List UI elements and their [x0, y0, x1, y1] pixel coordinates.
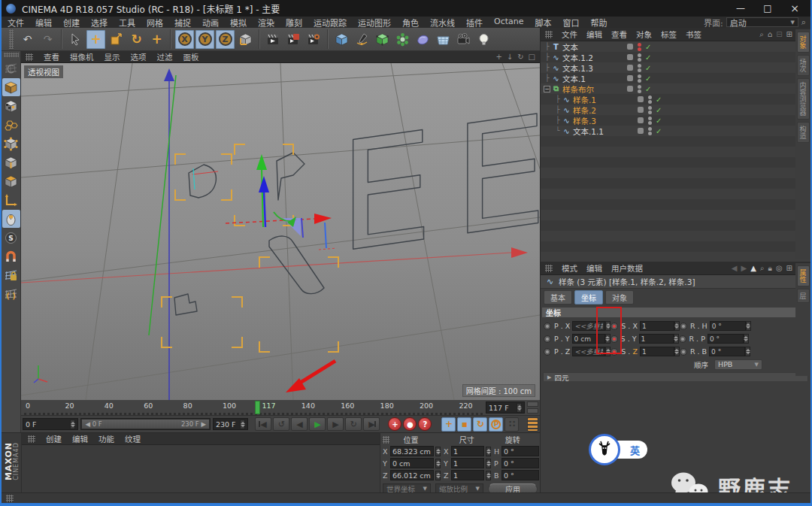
object-menu-item-1[interactable]: 编辑 — [586, 29, 602, 40]
side-tab-3[interactable]: 构造 — [797, 122, 810, 143]
layer-chip-icon[interactable] — [627, 54, 633, 60]
floor-icon[interactable] — [434, 30, 453, 49]
visibility-dots-icon[interactable] — [648, 117, 652, 125]
texture-mode-icon[interactable] — [2, 97, 20, 115]
tab-2[interactable]: 对象 — [605, 290, 634, 305]
home-icon[interactable]: ⌂ — [768, 30, 772, 38]
deformer-icon[interactable] — [414, 30, 432, 49]
cursor-mode-icon[interactable]: ▲ — [750, 264, 756, 272]
object-row[interactable]: └∿文本.1.1✓ — [541, 126, 810, 136]
visibility-dots-icon[interactable] — [638, 53, 641, 62]
next-key-button[interactable]: ↻ — [345, 417, 362, 431]
object-name[interactable]: 文本.1.3 — [562, 62, 621, 74]
toggle-view-icon[interactable]: □ — [529, 53, 535, 61]
rotation-field[interactable]: 0 ° — [707, 334, 744, 344]
object-menu-item-2[interactable]: 查看 — [611, 29, 627, 40]
menu-item-13[interactable]: 角色 — [402, 17, 419, 29]
pan-view-icon[interactable]: + — [495, 53, 501, 61]
object-name[interactable]: 样条.3 — [573, 115, 632, 126]
prev-frame-button[interactable]: ◀ — [291, 417, 308, 431]
polygons-mode-icon[interactable] — [2, 172, 20, 190]
coordinate-value-field[interactable]: 0 cm — [390, 458, 434, 468]
rotation-field[interactable]: 0 ° — [710, 321, 746, 331]
visibility-dots-icon[interactable] — [648, 95, 652, 104]
rotation-field-stepper[interactable] — [744, 334, 749, 344]
object-name[interactable]: 文本.1 — [562, 73, 621, 84]
tab-0[interactable]: 基本 — [544, 290, 572, 305]
menu-item-18[interactable]: 窗口 — [563, 17, 580, 29]
attr-side-tab-1[interactable]: 层 — [797, 289, 810, 303]
light-icon[interactable] — [474, 30, 493, 49]
rotation-field-stepper[interactable] — [745, 347, 750, 356]
range-start-field[interactable]: 0 F — [23, 418, 78, 430]
workplane-align-icon[interactable]: ( ) — [2, 285, 20, 303]
edges-mode-icon[interactable] — [2, 153, 20, 171]
enabled-check-icon[interactable]: ✓ — [656, 106, 662, 114]
nav-forward-icon[interactable]: ▶ — [741, 264, 747, 272]
attribute-menu-item-0[interactable]: 模式 — [562, 262, 577, 274]
menu-item-16[interactable]: Octane — [494, 17, 524, 29]
range-start-stepper[interactable] — [70, 420, 75, 429]
add-cube-icon[interactable] — [332, 30, 351, 49]
coordinate-value-field[interactable]: 68.323 cm — [390, 446, 434, 456]
scale-field-stepper[interactable] — [674, 334, 679, 344]
position-radio[interactable] — [544, 335, 551, 343]
enabled-check-icon[interactable]: ✓ — [645, 53, 651, 62]
material-menu-item-0[interactable]: 创建 — [46, 433, 62, 444]
visibility-dots-icon[interactable] — [638, 74, 641, 83]
coordinate-value-field[interactable]: 66.012 cm — [390, 470, 434, 480]
object-row[interactable]: ├∿样条.3✓ — [541, 115, 810, 126]
menu-item-0[interactable]: 文件 — [8, 17, 24, 29]
enabled-check-icon[interactable]: ✓ — [645, 64, 651, 72]
viewport-menu-item-2[interactable]: 显示 — [105, 51, 120, 62]
subdivision-surface-icon[interactable] — [373, 30, 392, 49]
current-frame-stepper[interactable] — [517, 403, 522, 413]
position-radio[interactable] — [544, 348, 551, 356]
menu-item-19[interactable]: 帮助 — [591, 17, 607, 29]
goto-start-button[interactable]: ◀ — [255, 417, 271, 431]
enabled-check-icon[interactable]: ✓ — [656, 127, 662, 135]
layer-chip-icon[interactable] — [627, 86, 633, 92]
scale-field[interactable]: 1 — [640, 347, 674, 356]
visibility-dots-icon[interactable] — [638, 85, 641, 93]
record-keyframe-button[interactable]: + — [388, 417, 401, 431]
goto-end-button[interactable]: ▶ — [363, 417, 380, 431]
enable-axis-icon[interactable] — [2, 191, 20, 209]
side-tab-2[interactable]: 内容浏览器 — [797, 78, 810, 120]
side-tab-1[interactable]: 场次 — [797, 55, 810, 76]
parameter-toggle[interactable]: P — [489, 417, 503, 432]
object-row[interactable]: ├∿文本.1✓ — [541, 73, 810, 83]
viewport-menu-item-3[interactable]: 选项 — [131, 51, 147, 62]
redo-icon[interactable]: ↷ — [38, 30, 57, 49]
enabled-check-icon[interactable]: ✓ — [656, 117, 662, 125]
scale-field-stepper[interactable] — [674, 347, 680, 356]
render-view-icon[interactable] — [264, 30, 283, 49]
object-menu-item-5[interactable]: 书签 — [686, 29, 701, 40]
expand-toggle-icon[interactable]: − — [544, 86, 550, 92]
scale-field[interactable]: 1 — [640, 321, 674, 331]
object-name[interactable]: 样条.2 — [573, 105, 632, 116]
timeline-mini-buttons[interactable] — [527, 401, 538, 414]
model-mode-icon[interactable] — [2, 78, 20, 96]
material-menu-item-1[interactable]: 编辑 — [72, 433, 88, 444]
layer-chip-icon[interactable] — [627, 65, 633, 71]
menu-item-14[interactable]: 流水线 — [430, 17, 455, 29]
order-dropdown[interactable]: HPB▼ — [714, 359, 762, 370]
autokey-button[interactable]: ● — [403, 417, 417, 431]
material-menu-item-2[interactable]: 功能 — [98, 433, 114, 444]
coordinate-value-field[interactable]: 0 ° — [501, 446, 539, 456]
make-editable-icon[interactable] — [2, 59, 20, 77]
menu-item-5[interactable]: 网格 — [147, 17, 163, 29]
x-axis-lock-icon[interactable]: X — [175, 30, 194, 49]
coordinates-section-header[interactable]: 坐标 — [542, 308, 809, 317]
render-picture-viewer-icon[interactable] — [284, 30, 303, 49]
enabled-check-icon[interactable]: ✓ — [645, 85, 651, 93]
rotation-radio[interactable] — [679, 335, 686, 343]
material-menu-item-3[interactable]: 纹理 — [125, 433, 141, 444]
workplane-mode-icon[interactable] — [2, 116, 20, 134]
coordinate-value-field[interactable]: 0 ° — [501, 458, 539, 468]
coordinate-stepper[interactable] — [486, 471, 491, 480]
menu-item-12[interactable]: 运动图形 — [358, 17, 391, 29]
rotation-field-stepper[interactable] — [746, 321, 751, 331]
minus-box-icon[interactable]: ⊟ — [776, 30, 782, 38]
